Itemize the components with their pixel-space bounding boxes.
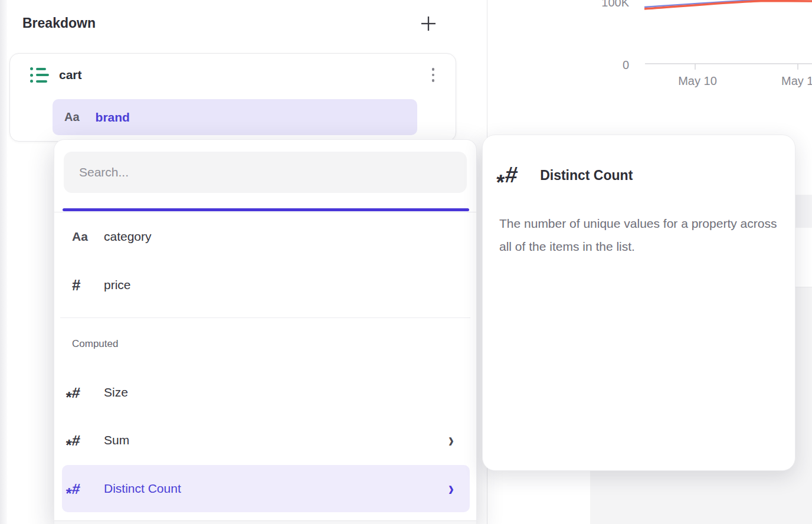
line-chart: 100K 0 May 10 May 1 — [487, 0, 812, 94]
chart-y-label-0: 0 — [623, 58, 629, 71]
computed-number-icon: #* — [71, 480, 81, 497]
dropdown-section-divider — [60, 317, 470, 318]
dropdown-item-label: price — [104, 278, 131, 292]
tooltip-description: The number of unique values for a proper… — [499, 212, 782, 258]
chart-y-label-100k: 100K — [601, 0, 629, 9]
dropdown-item-label: Distinct Count — [104, 482, 181, 496]
active-tab-indicator — [63, 208, 469, 211]
add-breakdown-button[interactable] — [418, 13, 439, 34]
list-property-icon — [30, 66, 49, 84]
computed-section-header: Computed — [72, 338, 118, 350]
group-name: cart — [59, 68, 82, 82]
selected-breakdown-property[interactable]: Aa brand — [53, 99, 417, 135]
tooltip-title: Distinct Count — [540, 168, 633, 184]
search-input[interactable] — [64, 152, 467, 193]
dropdown-item-size[interactable]: #* Size — [54, 368, 477, 417]
dropdown-item-sum[interactable]: #* Sum › — [54, 416, 477, 464]
dropdown-item-label: Sum — [104, 433, 129, 447]
chevron-right-icon: › — [448, 430, 454, 451]
text-property-icon: Aa — [64, 110, 80, 124]
plus-icon — [420, 15, 437, 32]
chart-x-label-may10: May 10 — [678, 74, 717, 87]
number-property-icon: # — [72, 276, 80, 294]
dropdown-item-label: category — [104, 230, 152, 244]
selected-property-label: brand — [96, 110, 130, 125]
chevron-right-icon: › — [448, 479, 454, 499]
dropdown-item-category[interactable]: Aa category — [54, 212, 477, 261]
breakdown-section-title: Breakdown — [22, 15, 96, 31]
dropdown-item-label: Size — [104, 385, 128, 399]
breakdown-group-card: cart Aa brand — [9, 53, 456, 142]
group-row-cart: cart — [10, 62, 456, 88]
computed-number-icon: #* — [71, 432, 81, 449]
dropdown-bottom-section — [54, 521, 476, 524]
kebab-menu-icon[interactable] — [430, 66, 437, 84]
dropdown-item-price[interactable]: # price — [54, 261, 477, 309]
computed-number-icon: #* — [504, 163, 519, 186]
text-property-icon: Aa — [72, 230, 88, 244]
property-select-dropdown: Aa category # price Computed #* Size #* … — [54, 139, 477, 524]
panel-left-edge — [0, 0, 7, 524]
tooltip-header: #* Distinct Count — [505, 163, 633, 186]
computed-number-icon: #* — [71, 384, 81, 401]
property-info-tooltip: #* Distinct Count The number of unique v… — [482, 135, 795, 471]
chart-x-label-may1: May 1 — [781, 74, 812, 87]
dropdown-item-distinct-count[interactable]: #* Distinct Count › — [62, 465, 470, 512]
